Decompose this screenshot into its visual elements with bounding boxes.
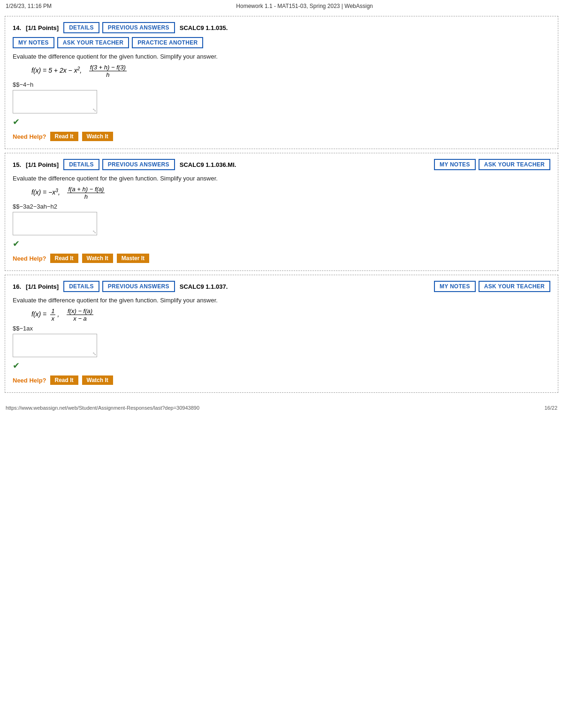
problem-14-instructions: Evaluate the difference quotient for the… [13,53,550,60]
problem-16: 16. [1/1 Points] DETAILS PREVIOUS ANSWER… [5,275,558,393]
problem-15: 15. [1/1 Points] DETAILS PREVIOUS ANSWER… [5,153,558,271]
problem-14: 14. [1/1 Points] DETAILS PREVIOUS ANSWER… [5,16,558,149]
problem-14-toolbar-row1: 14. [1/1 Points] DETAILS PREVIOUS ANSWER… [13,22,550,33]
prev-answers-button-16[interactable]: PREVIOUS ANSWERS [102,281,175,292]
read-it-button-14[interactable]: Read It [50,132,78,141]
resize-icon-15: ⤡ [92,229,96,234]
scalc-label-16: SCALC9 1.1.037. [180,283,228,290]
problem-15-number: 15. [13,161,21,168]
page-header: 1/26/23, 11:16 PM Homework 1.1 - MAT151-… [0,0,563,12]
problem-16-instructions: Evaluate the difference quotient for the… [13,297,550,304]
problem-14-toolbar-row2: MY NOTES ASK YOUR TEACHER PRACTICE ANOTH… [13,37,550,48]
scalc-label-14: SCALC9 1.1.035. [180,24,228,31]
problem-16-need-help: Need Help? Read It Watch It [13,375,550,385]
watch-it-button-14[interactable]: Watch It [82,132,113,141]
problem-15-answer-container: ⤡ [13,212,97,235]
problem-16-checkmark: ✔ [13,360,550,371]
problem-15-toolbar: 15. [1/1 Points] DETAILS PREVIOUS ANSWER… [13,159,550,170]
resize-icon-14: ⤡ [92,107,96,113]
problem-16-number: 16. [13,283,21,290]
problem-14-checkmark: ✔ [13,117,550,127]
practice-another-button-14[interactable]: PRACTICE ANOTHER [132,37,203,48]
problem-14-answer-input[interactable] [13,90,97,113]
problem-16-answer-input[interactable] [13,334,97,357]
ask-teacher-button-16[interactable]: ASK YOUR TEACHER [479,281,550,292]
problem-15-formula: f(x) = −x3, f(a + h) − f(a) h [31,186,550,200]
my-notes-button-16[interactable]: MY NOTES [434,281,476,292]
footer-page: 16/22 [544,405,557,411]
problem-16-formula: f(x) = 1 x , f(x) − f(a) x − a [31,308,550,322]
problem-16-answer-container: ⤡ [13,334,97,357]
ask-teacher-button-14[interactable]: ASK YOUR TEACHER [57,37,129,48]
master-it-button-15[interactable]: Master It [117,254,149,263]
watch-it-button-15[interactable]: Watch It [82,254,113,263]
problem-16-answer-label: $$−1ax [13,325,550,332]
problem-15-points: [1/1 Points] [26,161,59,168]
need-help-label-14: Need Help? [13,133,46,140]
need-help-label-15: Need Help? [13,255,46,262]
problem-15-answer-input[interactable] [13,212,97,235]
problem-14-need-help: Need Help? Read It Watch It [13,132,550,141]
scalc-label-15: SCALC9 1.1.036.MI. [180,161,236,168]
details-button-15[interactable]: DETAILS [63,159,99,170]
problem-16-toolbar: 16. [1/1 Points] DETAILS PREVIOUS ANSWER… [13,281,550,292]
problem-14-number: 14. [13,24,21,31]
problem-15-need-help: Need Help? Read It Watch It Master It [13,254,550,263]
problem-14-answer-container: ⤡ [13,90,97,113]
footer-url: https://www.webassign.net/web/Student/As… [6,405,199,411]
details-button-16[interactable]: DETAILS [63,281,99,292]
problem-15-instructions: Evaluate the difference quotient for the… [13,175,550,182]
problem-16-points: [1/1 Points] [26,283,59,290]
prev-answers-button-15[interactable]: PREVIOUS ANSWERS [102,159,175,170]
my-notes-button-14[interactable]: MY NOTES [13,37,54,48]
read-it-button-16[interactable]: Read It [50,375,78,385]
watch-it-button-16[interactable]: Watch It [82,375,113,385]
problem-14-answer-label: $$−4−h [13,81,550,88]
details-button-14[interactable]: DETAILS [63,22,99,33]
problem-14-points: [1/1 Points] [26,24,59,31]
problem-15-checkmark: ✔ [13,239,550,249]
need-help-label-16: Need Help? [13,377,46,384]
page-footer: https://www.webassign.net/web/Student/As… [0,402,563,413]
ask-teacher-button-15[interactable]: ASK YOUR TEACHER [479,159,550,170]
problem-14-formula: f(x) = 5 + 2x − x2, f(3 + h) − f(3) h [31,64,550,78]
read-it-button-15[interactable]: Read It [50,254,78,263]
my-notes-button-15[interactable]: MY NOTES [434,159,476,170]
header-title: Homework 1.1 - MAT151-03, Spring 2023 | … [236,3,373,9]
header-date: 1/26/23, 11:16 PM [6,3,52,9]
resize-icon-16: ⤡ [92,351,96,356]
problem-15-answer-label: $$−3a2−3ah−h2 [13,203,550,210]
prev-answers-button-14[interactable]: PREVIOUS ANSWERS [102,22,175,33]
